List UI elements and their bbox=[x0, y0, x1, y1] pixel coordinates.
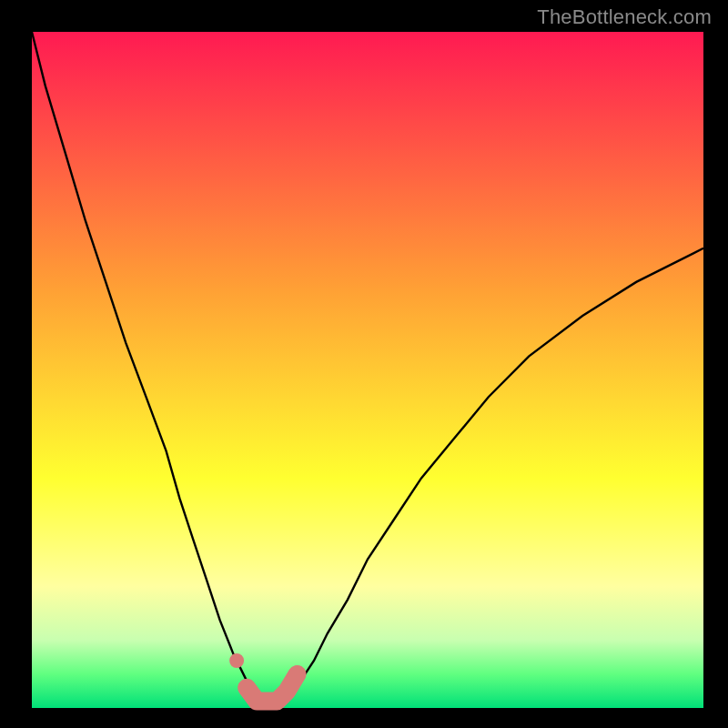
bottleneck-chart bbox=[0, 0, 728, 728]
chart-frame: { "watermark": "TheBottleneck.com", "col… bbox=[0, 0, 728, 728]
watermark-text: TheBottleneck.com bbox=[537, 5, 712, 29]
valley-marker-dot bbox=[229, 653, 244, 668]
plot-background bbox=[32, 32, 703, 708]
